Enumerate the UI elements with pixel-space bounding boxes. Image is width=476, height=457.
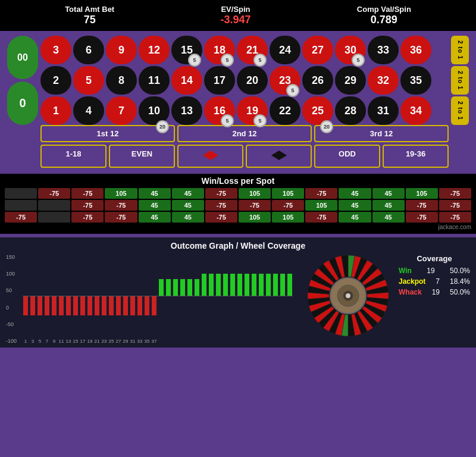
number-row-0: 3691215518521524273053336 [40,36,449,64]
num-cell-22[interactable]: 22 [270,96,300,125]
x-axis: 135791113151719212325272931333537 [23,339,298,344]
num-cell-15[interactable]: 155 [171,36,202,64]
bar-pos-26 [209,274,214,296]
wl-cell-0-6: -75 [205,188,237,199]
num-cell-32[interactable]: 32 [368,66,399,95]
wl-cell-1-12: -75 [406,200,438,211]
bet-red[interactable] [177,145,243,168]
wl-cell-1-2: -75 [71,200,104,211]
chip-23: 5 [286,84,299,97]
x-label-0: 1 [23,339,29,344]
x-label-16: 33 [137,339,143,344]
wl-cell-0-0 [5,188,37,199]
bet-19to36[interactable]: 19-36 [383,145,449,168]
num-cell-30[interactable]: 305 [335,36,366,64]
num-cell-28[interactable]: 28 [335,96,366,125]
x-label-15: 31 [130,339,136,344]
num-cell-14[interactable]: 14 [171,66,202,95]
col2to1-bot[interactable]: 2 to 1 [451,96,469,125]
bar-pos-35 [273,274,278,296]
num-cell-27[interactable]: 27 [302,36,333,64]
wl-cell-2-1 [38,212,70,223]
num-cell-3[interactable]: 3 [40,36,71,64]
num-cell-2[interactable]: 2 [40,66,71,95]
wl-grid: -75-751054545-75105105-754545105-75-75-7… [5,188,471,223]
num-cell-1[interactable]: 1 [40,96,71,125]
num-cell-13[interactable]: 13 [171,96,202,125]
num-cell-23[interactable]: 235 [270,66,300,95]
wl-cell-1-7: -75 [239,200,271,211]
num-cell-34[interactable]: 34 [400,96,431,125]
wl-cell-0-4: 45 [139,188,171,199]
num-cell-11[interactable]: 11 [139,66,170,95]
chip-19: 5 [253,114,267,127]
wl-cell-2-4: 45 [139,212,171,223]
double-zero-cell[interactable]: 00 [7,36,38,79]
num-cell-21[interactable]: 215 [237,36,268,64]
bet-1to18[interactable]: 1-18 [40,145,107,168]
outcome-section: Outcome Graph / Wheel Coverage 150 100 5… [0,237,476,348]
num-cell-20[interactable]: 20 [237,66,268,95]
zero-cell[interactable]: 0 [7,82,38,125]
cov-jackpot-count: 7 [436,277,440,286]
wl-cell-2-13: -75 [439,212,471,223]
wl-cell-2-0: -75 [5,212,37,223]
num-cell-8[interactable]: 8 [106,66,137,95]
num-cell-24[interactable]: 24 [270,36,300,64]
bar-pos-22 [180,279,185,296]
wl-cell-1-4: 45 [139,200,171,211]
num-cell-17[interactable]: 17 [204,66,235,95]
wl-cell-0-2: -75 [71,188,104,199]
num-cell-33[interactable]: 33 [368,36,399,64]
chip-21: 5 [253,54,267,67]
bar-neg-15 [130,296,135,315]
bar-neg-17 [145,296,149,315]
x-label-10: 21 [94,339,100,344]
num-cell-36[interactable]: 36 [400,36,431,64]
dozen-3rd12[interactable]: 3rd 12 20 [314,125,449,142]
chip-30: 5 [352,54,365,67]
cov-whack-pct: 50.0% [450,288,470,296]
bar-chart: 150 100 50 0 -50 -100 135791113151719212… [6,254,298,344]
wl-cell-1-10: 45 [339,200,371,211]
coverage-table: Coverage Win 19 50.0% Jackpot 7 18.4% Wh… [399,254,470,299]
num-cell-19[interactable]: 195 [237,96,268,125]
wl-title: Win/Loss per Spot [5,176,471,186]
dozen-1st12[interactable]: 1st 12 20 [40,125,175,142]
num-cell-26[interactable]: 26 [302,66,333,95]
num-cell-35[interactable]: 35 [400,66,431,95]
col2to1-mid[interactable]: 2 to 1 [451,66,469,95]
bar-pos-20 [166,279,171,296]
num-cell-31[interactable]: 31 [368,96,399,125]
bar-neg-12 [109,296,114,315]
num-cell-29[interactable]: 29 [335,66,366,95]
bet-odd[interactable]: ODD [314,145,380,168]
dozen-2nd12[interactable]: 2nd 12 [177,125,312,142]
x-label-4: 9 [51,339,57,344]
svg-marker-1 [271,151,287,160]
bet-even[interactable]: EVEN [109,145,175,168]
bar-pos-21 [173,279,178,296]
col2to1-top[interactable]: 2 to 1 [451,36,469,64]
bar-neg-0 [23,296,28,315]
num-cell-5[interactable]: 5 [73,66,104,95]
wl-cell-1-0 [5,200,37,211]
bet-black[interactable] [246,145,312,168]
wl-row-1: -75-754545-75-75-751054545-75-75 [5,200,471,211]
num-cell-18[interactable]: 185 [204,36,235,64]
wl-cell-2-8: 105 [272,212,304,223]
num-cell-16[interactable]: 165 [204,96,235,125]
num-cell-6[interactable]: 6 [73,36,104,64]
wl-cell-1-11: 45 [372,200,405,211]
num-cell-9[interactable]: 9 [106,36,137,64]
cov-jackpot-label: Jackpot [399,277,425,286]
zero-cells: 00 0 [7,36,38,125]
num-cell-12[interactable]: 12 [139,36,170,64]
num-cell-7[interactable]: 7 [106,96,137,125]
wl-cell-0-10: 45 [339,188,371,199]
x-label-14: 29 [123,339,129,344]
outside-bets: 1-18 EVEN ODD 19-36 [40,145,449,168]
num-cell-4[interactable]: 4 [73,96,104,125]
ev-spin-label: EV/Spin [220,5,250,14]
zero-line [23,296,293,296]
